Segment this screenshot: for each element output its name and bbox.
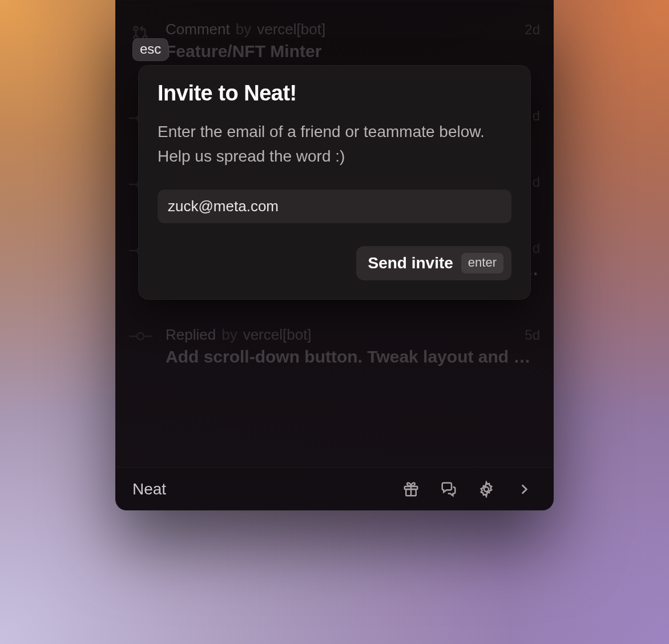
- brand-label: Neat: [132, 480, 166, 498]
- invite-modal: Invite to Neat! Enter the email of a fri…: [138, 65, 531, 300]
- discussion-icon[interactable]: [436, 477, 461, 502]
- send-invite-label: Send invite: [368, 254, 453, 272]
- chevron-right-icon[interactable]: [511, 477, 537, 502]
- gift-icon[interactable]: [398, 477, 424, 502]
- modal-title: Invite to Neat!: [158, 81, 511, 106]
- gear-icon[interactable]: [474, 477, 499, 502]
- enter-key-hint: enter: [461, 253, 503, 273]
- modal-description: Enter the email of a friend or teammate …: [158, 119, 511, 169]
- svg-point-9: [484, 487, 489, 492]
- app-window: Comment by vercel[bot] 2d Feature/NFT Mi…: [115, 0, 554, 510]
- footer-bar: Neat: [115, 467, 554, 510]
- send-invite-button[interactable]: Send invite enter: [356, 246, 511, 280]
- esc-key-hint[interactable]: esc: [132, 38, 168, 61]
- invite-email-input[interactable]: [158, 190, 511, 223]
